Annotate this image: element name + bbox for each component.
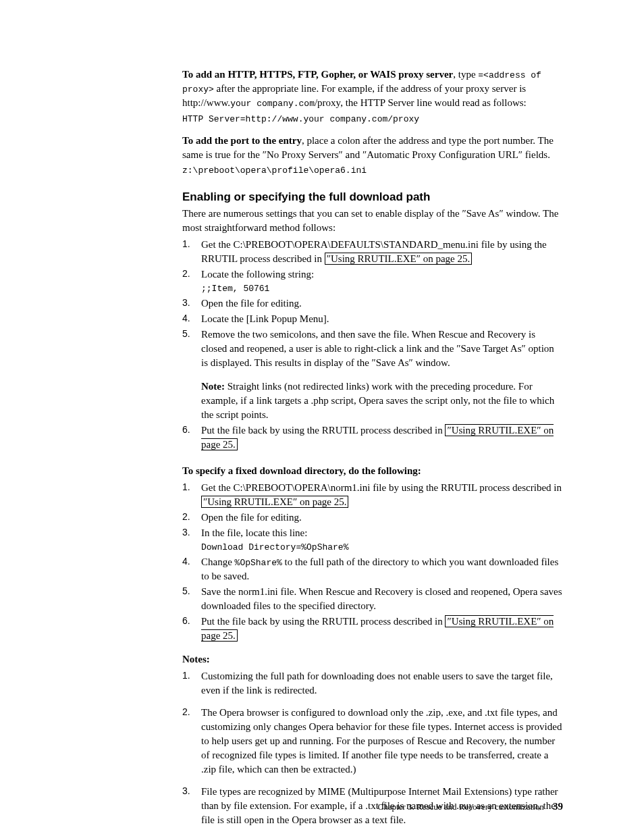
list-item: Change %OpShare% to the full path of the… [182,555,563,583]
lead-proxy-server: To add an HTTP, HTTPS, FTP, Gopher, or W… [182,69,453,80]
list-item: Locate the following string: ;;Item, 507… [182,267,563,295]
paragraph-proxy-server: To add an HTTP, HTTPS, FTP, Gopher, or W… [182,68,563,111]
code-item-50761: ;;Item, 50761 [201,283,563,295]
link-rrutil[interactable]: ″Using RRUTIL.EXE″ on page 25. [201,496,348,508]
ordered-list-a: Get the C:\PREBOOT\OPERA\DEFAULTS\STANDA… [182,238,563,452]
list-item: Put the file back by using the RRUTIL pr… [182,615,563,643]
list-item: Locate the [Link Popup Menu]. [182,312,563,326]
section-intro-text: There are numerous settings that you can… [182,207,563,235]
list-item: Put the file back by using the RRUTIL pr… [182,423,563,452]
document-page: To add an HTTP, HTTPS, FTP, Gopher, or W… [0,0,644,834]
subheading-fixed-directory: To specify a fixed download directory, d… [182,464,563,478]
list-item: Remove the two semicolons, and then save… [182,328,563,422]
list-item: In the file, locate this line: Download … [182,526,563,554]
list-item: Open the file for editing. [182,511,563,525]
code-opera6-ini: z:\preboot\opera\profile\opera6.ini [182,165,563,177]
code-download-directory: Download Directory=%OpShare% [201,542,563,554]
notes-heading: Notes: [182,652,563,667]
note-block: Note: Straight links (not redirected lin… [201,380,563,422]
footer-chapter-title: Chapter 3. Rescue and Recovery customiza… [378,802,544,812]
section-heading-download-path: Enabling or specifying the full download… [182,189,563,205]
code-http-server: HTTP Server=http://www.your company.com/… [182,113,563,126]
list-item: Save the norm1.ini file. When Rescue and… [182,585,563,613]
list-item: Get the C:\PREBOOT\OPERA\norm1.ini file … [182,481,563,509]
ordered-list-b: Get the C:\PREBOOT\OPERA\norm1.ini file … [182,481,563,643]
list-item: Get the C:\PREBOOT\OPERA\DEFAULTS\STANDA… [182,238,563,266]
link-rrutil[interactable]: ″Using RRUTIL.EXE″ on page 25. [325,253,472,265]
paragraph-port-entry: To add the port to the entry, place a co… [182,134,563,162]
lead-port-entry: To add the port to the entry [182,135,302,146]
list-item: Open the file for editing. [182,296,563,311]
note-item: Customizing the full path for downloadin… [182,669,563,698]
page-footer: Chapter 3. Rescue and Recovery customiza… [378,800,563,814]
note-item: The Opera browser is configured to downl… [182,706,563,777]
footer-page-number: 39 [553,801,563,812]
